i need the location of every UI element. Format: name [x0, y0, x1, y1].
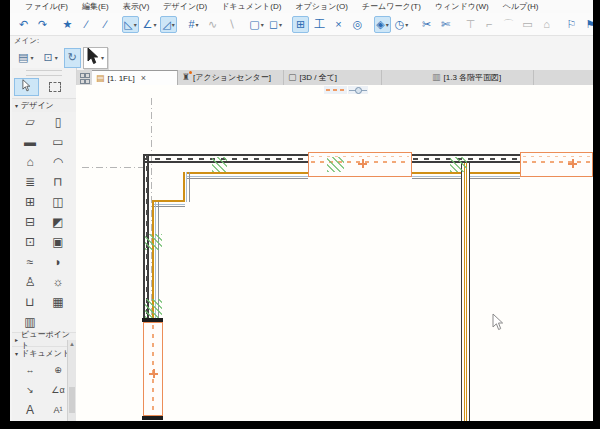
- slab-tool[interactable]: ▭: [44, 132, 72, 152]
- dropdown-arrow-icon[interactable]: ▾: [196, 21, 199, 28]
- menu-item-teamwork[interactable]: チームワーク(T): [355, 1, 428, 12]
- flag-icon[interactable]: ⚐: [563, 16, 580, 33]
- roofmaker-icon-glyph: ⌂: [543, 19, 550, 30]
- find-select-icon[interactable]: ◎: [349, 16, 366, 33]
- dropdown-arrow-icon[interactable]: ▾: [405, 21, 408, 28]
- gravity-icon[interactable]: ∠▾: [141, 16, 158, 33]
- scrollbar-thumb[interactable]: [69, 387, 75, 413]
- snap-grid-icon-glyph: #: [188, 19, 194, 30]
- menu-item-edit[interactable]: 編集(E): [75, 1, 116, 12]
- dropdown-arrow-icon[interactable]: ▾: [30, 54, 33, 61]
- window-tool[interactable]: ⊟: [16, 212, 44, 232]
- door-tool[interactable]: ◫: [44, 192, 72, 212]
- gravity-icon-glyph: ∠: [143, 19, 153, 30]
- scissors-icon[interactable]: ✂: [418, 16, 435, 33]
- column-tool[interactable]: ▯: [44, 112, 72, 132]
- mesh-tool[interactable]: ≈: [16, 252, 44, 272]
- frame-icon[interactable]: ▢▾: [248, 16, 265, 33]
- dropdown-arrow-icon[interactable]: ▾: [101, 54, 104, 61]
- panel-grip[interactable]: [26, 70, 62, 76]
- dropdown-arrow-icon[interactable]: ▾: [153, 21, 156, 28]
- layer-line: [470, 176, 520, 177]
- menu-item-document[interactable]: ドキュメント(D): [214, 1, 288, 12]
- redo-icon[interactable]: ↷: [34, 16, 51, 33]
- guide-lines-icon[interactable]: ◺▾: [122, 16, 139, 33]
- section-arrow-icon: ▾: [15, 102, 18, 109]
- section-header-0[interactable]: ▾デザイン: [12, 98, 76, 112]
- feather-icon-glyph: ∿: [208, 19, 217, 30]
- skylight-tool[interactable]: ◩: [44, 212, 72, 232]
- stair-tool[interactable]: ≣: [16, 172, 44, 192]
- dropdown-arrow-icon[interactable]: ▾: [279, 21, 282, 28]
- dropdown-arrow-icon[interactable]: ▾: [386, 21, 389, 28]
- rotate-tool-button[interactable]: ↻: [64, 48, 81, 68]
- text-tool[interactable]: A: [16, 400, 44, 420]
- adjust-icon[interactable]: ✄: [437, 16, 454, 33]
- menu-item-options[interactable]: オプション(O): [288, 1, 355, 12]
- dropdown-arrow-icon[interactable]: ▾: [134, 21, 137, 28]
- menu-item-file[interactable]: ファイル(F): [18, 1, 75, 12]
- dropdown-arrow-icon[interactable]: ▾: [172, 21, 175, 28]
- arrow-select-tool[interactable]: [14, 78, 39, 96]
- tab-1fl[interactable]: ▤[1. 1FL]×: [92, 70, 178, 85]
- layer-line: [412, 176, 461, 177]
- dropdown-arrow-icon[interactable]: ▾: [55, 54, 58, 61]
- tab-action-center-icon: ♜: [182, 73, 190, 82]
- lock-icon[interactable]: ◻▾: [267, 16, 284, 33]
- morph-tool[interactable]: ◗: [44, 252, 72, 272]
- roof-tool[interactable]: ⌂: [16, 152, 44, 172]
- shell-tool[interactable]: ◠: [44, 152, 72, 172]
- drawing-canvas[interactable]: [76, 85, 593, 421]
- layer-line: [186, 178, 308, 179]
- menu-item-design[interactable]: デザイン(D): [156, 1, 214, 12]
- layer-line: [412, 172, 461, 174]
- toolbox-panel: ▾デザイン▱▯▬▭⌂◠≣⊓⊞◫⊟◩⊡▣≈◗♙☼⊔▦▥▸ビューポイント▾ドキュメン…: [12, 68, 77, 421]
- drawing-tool[interactable]: ⌖: [16, 420, 44, 421]
- section-arrow-icon: ▸: [15, 336, 18, 343]
- selection-tool-button[interactable]: ⊡▾: [39, 48, 61, 68]
- tab-3d[interactable]: ▢[3D / 全て]: [284, 70, 382, 85]
- tab-action-center[interactable]: ♜[アクションセンター]: [178, 70, 284, 85]
- tab-close-icon[interactable]: ×: [141, 73, 146, 83]
- snap-guides-icon[interactable]: ◿▾: [160, 16, 177, 33]
- grid-element-tool[interactable]: ▦: [44, 292, 72, 312]
- beam-tool[interactable]: ▬: [16, 132, 44, 152]
- toolbox-scrollbar[interactable]: ▲: [67, 340, 76, 421]
- lamp-tool[interactable]: ☼: [44, 272, 72, 292]
- scroll-up-icon[interactable]: ▲: [68, 341, 76, 347]
- pickup-parameters-icon[interactable]: ∕: [78, 16, 95, 33]
- tab-overview-icon: [80, 73, 89, 82]
- undo-icon[interactable]: ↶: [15, 16, 32, 33]
- resize-icon-glyph: ▭: [522, 19, 532, 30]
- zone-tool[interactable]: ▣: [44, 232, 72, 252]
- favorites-icon[interactable]: ★: [59, 16, 76, 33]
- columns-icon[interactable]: 工: [311, 16, 328, 33]
- object-tool[interactable]: ♙: [16, 272, 44, 292]
- menu-item-window[interactable]: ウィンドウ(W): [428, 1, 496, 12]
- tab-layout[interactable]: ▥[1.3 各階平面図]: [428, 70, 534, 85]
- suspend-groups-icon[interactable]: ⊞: [292, 16, 309, 33]
- tee-v: [461, 163, 470, 421]
- plan-tool-button[interactable]: ▤▾: [14, 48, 37, 68]
- elevation-dimension-tool[interactable]: ↘: [16, 380, 44, 400]
- railing-tool[interactable]: ⊓: [44, 172, 72, 192]
- cross: [358, 159, 367, 168]
- opening-tool[interactable]: ⊔: [16, 292, 44, 312]
- tab-overview-button[interactable]: [76, 70, 92, 85]
- sun-clock-icon[interactable]: ◷▾: [393, 16, 410, 33]
- inject-parameters-icon[interactable]: ∕: [97, 16, 114, 33]
- dimension-tool[interactable]: ↔: [16, 360, 44, 380]
- curtain-wall-tool[interactable]: ⊞: [16, 192, 44, 212]
- menu-item-view[interactable]: 表示(V): [116, 1, 157, 12]
- wall-tool[interactable]: ▱: [16, 112, 44, 132]
- 3d-style-icon[interactable]: ◈▾: [374, 16, 391, 33]
- menu-item-help[interactable]: ヘルプ(H): [496, 1, 546, 12]
- dropdown-arrow-icon[interactable]: ▾: [261, 21, 264, 28]
- flag-doc-icon[interactable]: ⚑: [582, 16, 593, 33]
- selection-tool-button-icon: ⊡: [43, 51, 52, 64]
- corner-window-tool[interactable]: ⊡: [16, 232, 44, 252]
- close-x-icon[interactable]: ×: [330, 16, 347, 33]
- snap-grid-icon[interactable]: #▾: [185, 16, 202, 33]
- marquee-tool[interactable]: [42, 78, 67, 96]
- arrow-tool-button[interactable]: ▾: [83, 47, 108, 69]
